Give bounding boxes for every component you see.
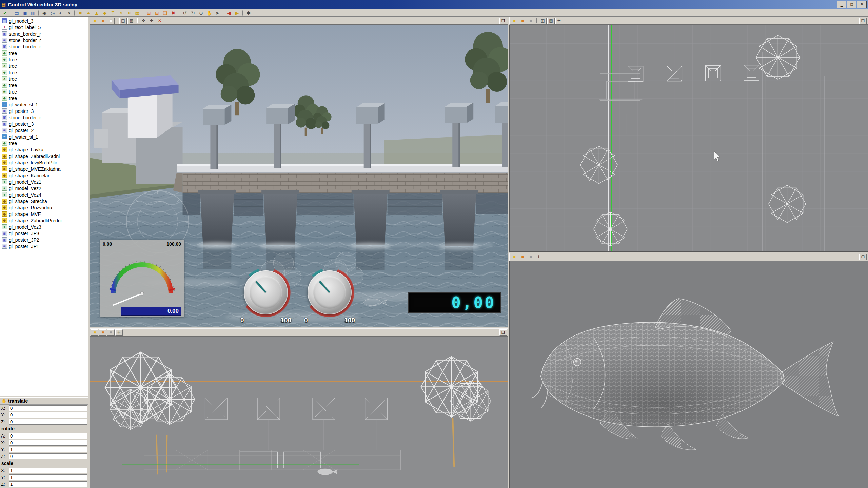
tree-item[interactable]: gl_poster_2 — [0, 127, 88, 134]
tree-item[interactable]: gl_model_Vez2 — [0, 185, 88, 191]
camera-next-button[interactable]: ◑ — [65, 9, 73, 16]
camera-view-button[interactable]: ◎ — [48, 9, 57, 16]
tree-item[interactable]: gl_poster_JP3 — [0, 230, 88, 237]
orbit-cw-button[interactable]: ↻ — [189, 9, 197, 16]
tree-item[interactable]: gl_model_Vez4 — [0, 191, 88, 198]
camera-add-button[interactable]: ◉ — [40, 9, 48, 16]
wireframe-mode-button[interactable]: ■ — [99, 18, 106, 24]
scene-list-button[interactable]: ▤ — [13, 9, 21, 16]
tree-item[interactable]: tree — [0, 56, 88, 63]
tree-item[interactable]: gl_shape_ZabradliZadni — [0, 153, 88, 159]
tree-item[interactable]: gl_shape_MVEZakladna — [0, 166, 88, 172]
pan-view-button[interactable]: ✛ — [115, 329, 123, 336]
orbit-ccw-button[interactable]: ↺ — [181, 9, 189, 16]
top-canvas[interactable] — [509, 25, 868, 252]
add-sphere-button[interactable]: ● — [84, 9, 93, 16]
tree-item[interactable]: tree — [0, 63, 88, 69]
tree-item[interactable]: gl_poster_3 — [0, 108, 88, 114]
pan-button[interactable]: ✋ — [205, 9, 213, 16]
link-camera-button[interactable]: ✣ — [148, 18, 155, 24]
viewport-maximize-button[interactable]: ❐ — [859, 254, 867, 260]
translate-y-input[interactable] — [9, 412, 87, 418]
add-text-button[interactable]: T — [109, 9, 117, 16]
split-view-button[interactable]: ◫ — [539, 18, 547, 24]
tree-item[interactable]: stone_border_r — [0, 114, 88, 121]
tree-item[interactable]: tree — [0, 82, 88, 88]
add-shape-button[interactable]: ◆ — [101, 9, 109, 16]
add-box-button[interactable]: ■ — [76, 9, 84, 16]
tree-item[interactable]: gl_poster_3 — [0, 121, 88, 127]
tree-item[interactable]: gl_shape_Rozvodna — [0, 204, 88, 211]
apply-button[interactable]: ✔ — [1, 9, 9, 16]
translate-x-input[interactable] — [9, 405, 87, 411]
rotate-a-input[interactable] — [9, 433, 87, 439]
unlink-button[interactable]: ✕ — [156, 18, 163, 24]
tree-item[interactable]: gl_shape_MVE — [0, 211, 88, 217]
viewport-maximize-button[interactable]: ❐ — [499, 18, 507, 24]
translate-z-input[interactable] — [9, 419, 87, 425]
add-light-button[interactable]: ☀ — [117, 9, 125, 16]
tree-item[interactable]: stone_border_r — [0, 43, 88, 50]
print-button[interactable]: ▥ — [29, 9, 37, 16]
scale-z-input[interactable] — [9, 481, 87, 487]
render-mode-button[interactable]: ■ — [511, 18, 518, 24]
perspective-canvas[interactable]: 0.00 100.00 — [90, 25, 508, 327]
tree-item[interactable]: gl_poster_JP1 — [0, 243, 88, 249]
flat-mode-button[interactable]: ■ — [107, 18, 115, 24]
tree-item[interactable]: gl_shape_levyBrehPilir — [0, 159, 88, 166]
add-water-button[interactable]: ≈ — [125, 9, 133, 16]
link-views-button[interactable]: ❖ — [140, 18, 147, 24]
wireframe-mode-button[interactable]: ■ — [519, 254, 526, 260]
tree-item[interactable]: gl_model_Vez1 — [0, 179, 88, 185]
grid-view-button[interactable]: ▦ — [547, 18, 555, 24]
tree-item[interactable]: gl_model_Vez3 — [0, 224, 88, 230]
group-button[interactable]: ⊞ — [145, 9, 153, 16]
add-model-button[interactable]: ▦ — [133, 9, 141, 16]
rotate-y-input[interactable] — [9, 447, 87, 452]
tree-item[interactable]: stone_border_r — [0, 30, 88, 37]
redo-button[interactable]: ▶ — [233, 9, 241, 16]
model-canvas[interactable] — [509, 261, 868, 488]
split-view-button[interactable]: ◫ — [119, 18, 127, 24]
viewport-maximize-button[interactable]: ❐ — [859, 18, 867, 24]
tree-item[interactable]: gl_water_sl_1 — [0, 134, 88, 140]
select-button[interactable]: ➤ — [213, 9, 221, 16]
render-mode-button[interactable]: ■ — [511, 254, 518, 260]
rotate-x-input[interactable] — [9, 440, 87, 446]
close-button[interactable]: ✕ — [857, 1, 867, 8]
tree-item[interactable]: tree — [0, 140, 88, 146]
tree-item[interactable]: tree — [0, 76, 88, 82]
flat-mode-button[interactable]: ■ — [527, 254, 534, 260]
tree-item[interactable]: tree — [0, 69, 88, 76]
tree-item[interactable]: gl_shape_ZabradliPredni — [0, 217, 88, 224]
camera-prev-button[interactable]: ◐ — [57, 9, 65, 16]
tree-item[interactable]: gl_shape_Strecha — [0, 198, 88, 204]
render-mode-button[interactable]: ■ — [91, 18, 98, 24]
pan-view-button[interactable]: ✛ — [535, 254, 542, 260]
zoom-button[interactable]: ⊙ — [197, 9, 205, 16]
tree-item[interactable]: gl_shape_Kancelar — [0, 172, 88, 179]
save-scene-button[interactable]: ▣ — [21, 9, 29, 16]
tree-item[interactable]: gl_poster_JP2 — [0, 237, 88, 243]
grid-view-button[interactable]: ▦ — [127, 18, 135, 24]
tree-item[interactable]: tree — [0, 50, 88, 56]
settings-button[interactable]: ✱ — [244, 9, 253, 16]
tree-item[interactable]: gl_shape_Lavka — [0, 146, 88, 153]
flat-mode-button[interactable]: ■ — [107, 329, 115, 336]
control-knob-1[interactable]: 0 100 — [244, 270, 288, 314]
wireframe-mode-button[interactable]: ■ — [519, 18, 526, 24]
flat-mode-button[interactable]: ■ — [527, 18, 534, 24]
undo-button[interactable]: ◀ — [225, 9, 233, 16]
add-cone-button[interactable]: ▲ — [93, 9, 101, 16]
tree-item[interactable]: stone_border_r — [0, 37, 88, 43]
scale-x-input[interactable] — [9, 468, 87, 473]
render-mode-button[interactable]: ■ — [91, 329, 98, 336]
tree-item[interactable]: gl_model_3 — [0, 18, 88, 24]
tree-item[interactable]: gl_water_sl_1 — [0, 101, 88, 108]
rotate-z-input[interactable] — [9, 453, 87, 459]
tree-item[interactable]: tree — [0, 95, 88, 101]
delete-button[interactable]: ✖ — [169, 9, 177, 16]
tree-item[interactable]: gl_text_label_5 — [0, 24, 88, 30]
front-canvas[interactable] — [90, 337, 508, 488]
minimize-button[interactable]: _ — [837, 1, 846, 8]
